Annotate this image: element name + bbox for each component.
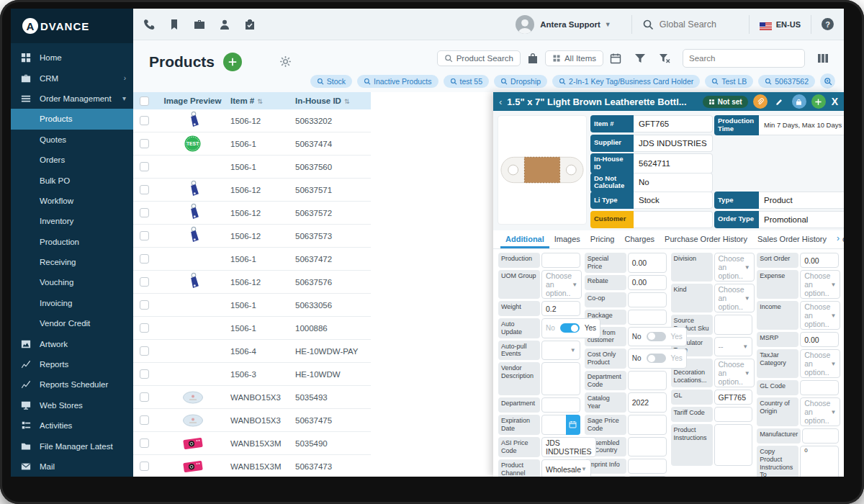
sort-icon[interactable]: ⇅: [257, 98, 263, 105]
sidebar-item-web-stores[interactable]: Web Stores: [11, 395, 133, 415]
filter-chip-test-lb[interactable]: Test LB: [705, 75, 753, 88]
input-sort-order[interactable]: 0.00: [800, 253, 839, 268]
row-checkbox[interactable]: [140, 462, 149, 471]
row-checkbox[interactable]: [140, 415, 149, 425]
not-set-button[interactable]: Not set: [703, 96, 748, 108]
global-search[interactable]: [642, 19, 739, 30]
sidebar-item-file-manager-latest[interactable]: File Manager Latest: [11, 436, 133, 456]
toggle-switch[interactable]: [647, 354, 666, 363]
chips-zoom-button[interactable]: [820, 73, 835, 89]
summary-value[interactable]: JDS INDUSTRIES: [634, 135, 713, 152]
sidebar-item-invoicing[interactable]: Invoicing: [11, 293, 133, 313]
select-calculator-type[interactable]: --▼: [714, 337, 753, 357]
tab-charges[interactable]: Charges: [619, 231, 660, 248]
bag-icon[interactable]: [527, 53, 539, 64]
table-row[interactable]: TEST1506-150637474: [133, 132, 371, 156]
summary-value[interactable]: GFT765: [634, 115, 713, 132]
textarea-product-instructions[interactable]: [714, 424, 753, 466]
input-catalog-year[interactable]: 2022: [628, 392, 667, 413]
col-item-number[interactable]: Item #⇅: [230, 96, 295, 105]
back-chevron-icon[interactable]: ‹: [499, 96, 502, 107]
user-name[interactable]: Antera Support: [540, 20, 600, 29]
row-checkbox[interactable]: [140, 185, 149, 194]
input-department-code[interactable]: [628, 371, 667, 391]
filter-chip-2-in-1-key-tag-business-card-holder[interactable]: 2-In-1 Key Tag/Business Card Holder: [552, 75, 700, 88]
select-auto-pull-events[interactable]: ▼: [541, 341, 580, 361]
toggle-cost-only-product[interactable]: NoYes: [628, 348, 687, 369]
row-checkbox[interactable]: [140, 346, 149, 356]
user-icon[interactable]: [219, 19, 230, 30]
clear-filter-icon[interactable]: [659, 53, 670, 64]
row-checkbox[interactable]: [140, 116, 149, 125]
select-country-of-origin[interactable]: Choose an option..▼: [800, 397, 840, 426]
select-kind[interactable]: Choose an option..▼: [714, 284, 755, 312]
calendar-icon[interactable]: [610, 53, 621, 64]
table-row[interactable]: WANBO15X350637475: [133, 409, 371, 432]
sidebar-item-vendor-credit[interactable]: Vendor Credit: [11, 313, 133, 333]
row-checkbox[interactable]: [140, 231, 149, 240]
sidebar-item-products[interactable]: Products: [11, 109, 133, 129]
table-search-input[interactable]: [689, 54, 800, 63]
filter-chip-dropship[interactable]: Dropship: [494, 75, 547, 88]
sidebar-item-reports-scheduler[interactable]: Reports Scheduler: [11, 374, 133, 395]
table-row[interactable]: WANBO15X35035493: [133, 386, 371, 409]
input-special-price[interactable]: 0.00: [628, 253, 667, 273]
input-department[interactable]: [541, 397, 580, 413]
row-checkbox[interactable]: [140, 392, 149, 402]
filter-chip-inactive-products[interactable]: Inactive Products: [357, 75, 438, 88]
table-row[interactable]: WANB15X3M50637473: [133, 455, 371, 477]
summary-value[interactable]: Product: [759, 192, 844, 209]
input-gl-code[interactable]: [800, 380, 839, 395]
summary-value[interactable]: No: [634, 173, 713, 193]
help-button[interactable]: ?: [822, 18, 834, 30]
tab-purchase-order-history[interactable]: Purchase Order History: [660, 231, 752, 248]
table-search[interactable]: [683, 49, 805, 68]
avatar[interactable]: [516, 15, 534, 34]
product-search-button[interactable]: Product Search: [437, 50, 521, 66]
sidebar-item-order-management[interactable]: Order Management▾: [11, 89, 133, 109]
table-row[interactable]: WANB15X3M5035490: [133, 432, 371, 455]
sidebar-item-mail[interactable]: Mail: [11, 456, 133, 477]
input-imprint-info[interactable]: [628, 459, 667, 474]
toggle-switch[interactable]: [560, 323, 580, 333]
sidebar-item-bulk-po[interactable]: Bulk PO: [11, 170, 133, 190]
select-expense[interactable]: Choose an option..▼: [800, 270, 840, 299]
row-checkbox[interactable]: [140, 323, 149, 333]
toggle-switch[interactable]: [647, 332, 666, 341]
input-co-op[interactable]: [628, 292, 667, 307]
tab-pricing[interactable]: Pricing: [585, 231, 620, 248]
edit-button[interactable]: [773, 94, 787, 109]
select-uom-group[interactable]: Choose an option..▼: [541, 270, 582, 299]
sidebar-item-crm[interactable]: CRM›: [11, 68, 133, 88]
columns-icon[interactable]: [817, 53, 829, 64]
filter-chip-test-55[interactable]: test 55: [444, 75, 490, 88]
language-label[interactable]: EN-US: [776, 20, 801, 29]
phone-icon[interactable]: [143, 19, 155, 30]
global-search-input[interactable]: [660, 19, 739, 30]
input-package[interactable]: [628, 310, 667, 325]
sidebar-item-activities[interactable]: Activities: [11, 415, 133, 436]
input-copy-product-instructions-to[interactable]: 0: [800, 446, 839, 477]
summary-value[interactable]: Promotional: [759, 211, 844, 228]
sidebar-item-artwork[interactable]: Artwork: [11, 333, 133, 354]
row-checkbox[interactable]: [140, 438, 149, 448]
bookmark-icon[interactable]: [168, 19, 180, 30]
briefcase-icon[interactable]: [194, 19, 205, 30]
input-rebate[interactable]: 0.00: [628, 275, 667, 290]
input-tariff-code[interactable]: [714, 407, 753, 422]
sidebar-item-quotes[interactable]: Quotes: [11, 130, 133, 150]
select-income[interactable]: Choose an option..▼: [800, 301, 840, 330]
sidebar-item-production[interactable]: Production: [11, 232, 133, 252]
summary-value[interactable]: [634, 211, 713, 228]
row-checkbox[interactable]: [140, 254, 149, 264]
sidebar-item-receiving[interactable]: Receiving: [11, 252, 133, 272]
row-checkbox[interactable]: [140, 300, 149, 310]
textarea-vendor-description[interactable]: [541, 362, 580, 395]
input-assembled-in-country[interactable]: [628, 437, 667, 457]
sidebar-item-inventory[interactable]: Inventory: [11, 211, 133, 231]
select-taxjar-category[interactable]: Choose an option..▼: [800, 349, 840, 378]
add-product-button[interactable]: [223, 53, 242, 71]
input-production[interactable]: [541, 253, 580, 268]
sidebar-item-orders[interactable]: Orders: [11, 150, 133, 170]
table-row[interactable]: 1506-150637560: [133, 156, 371, 179]
